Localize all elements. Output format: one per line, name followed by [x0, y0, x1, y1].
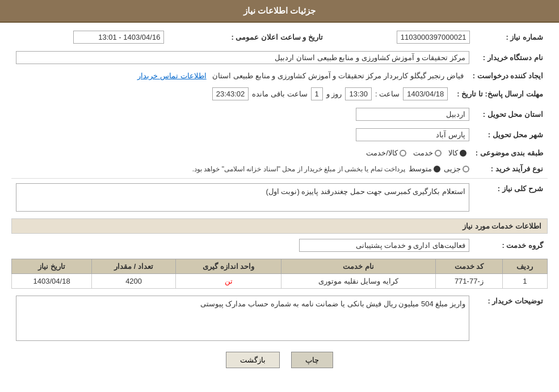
- cell-service-code: ز-77-771: [435, 274, 502, 289]
- province-label: استان محل تحویل :: [474, 106, 548, 123]
- cell-quantity: 4200: [92, 274, 176, 289]
- buyer-desc-table: توضیحات خریدار : واریز مبلغ 504 میلیون ر…: [11, 293, 548, 343]
- deadline-remain-label: ساعت باقی مانده: [252, 90, 307, 98]
- province-box: اردبیل: [356, 108, 469, 121]
- creator-label: ایجاد کننده درخواست :: [468, 69, 548, 82]
- service-group-table: گروه خدمت : فعالیت‌های اداری و خدمات پشت…: [11, 237, 548, 254]
- proc-type-label: نوع فرآیند خرید :: [474, 162, 548, 175]
- buyer-label: نام دستگاه خریدار :: [474, 49, 548, 66]
- deadline-label: مهلت ارسال پاسخ: تا تاریخ :: [452, 85, 548, 103]
- category-goods-item[interactable]: کالا: [448, 149, 466, 157]
- category-value: کالا خدمت کالا/خدمت: [11, 146, 471, 159]
- announce-row-table: شماره نیاز : 1103000397000021 تاریخ و سا…: [11, 28, 548, 46]
- cell-need-date: 1403/04/18: [12, 274, 92, 289]
- need-desc-label: شرح کلی نیاز :: [474, 181, 548, 214]
- proc-part-radio[interactable]: [463, 166, 469, 172]
- category-goods-radio[interactable]: [460, 150, 466, 157]
- deadline-day-box: 1: [311, 87, 323, 100]
- creator-value: فیاض رنجبر گیگلو کاربردار مرکز تحقیقات و…: [11, 69, 468, 82]
- city-box: پارس آباد: [356, 128, 469, 141]
- buyer-value: مرکز تحقیقات و آموزش کشاورزی و منابع طبی…: [11, 49, 474, 66]
- deadline-value: 1403/04/18 ساعت : 13:30 روز و 1 ساعت باق…: [11, 85, 452, 103]
- proc-type-desc: پرداخت تمام یا بخشی از مبلغ خریدار از مح…: [192, 165, 405, 173]
- city-row-table: شهر محل تحویل : پارس آباد: [11, 126, 548, 144]
- category-goods-label: کالا: [448, 149, 458, 157]
- category-radio-group: کالا خدمت کالا/خدمت: [16, 149, 466, 157]
- deadline-time-label: ساعت :: [375, 90, 400, 98]
- category-label: طبقه بندی موضوعی :: [471, 146, 548, 159]
- back-button[interactable]: بازگشت: [226, 352, 280, 368]
- province-row-table: استان محل تحویل : اردبیل: [11, 106, 548, 123]
- col-header-need-date: تاریخ نیاز: [12, 259, 92, 274]
- services-table: ردیف کد خدمت نام خدمت واحد اندازه گیری ت…: [11, 259, 548, 289]
- content-area: شماره نیاز : 1103000397000021 تاریخ و سا…: [0, 23, 559, 380]
- deadline-row-table: مهلت ارسال پاسخ: تا تاریخ : 1403/04/18 س…: [11, 85, 548, 103]
- buyer-row-table: نام دستگاه خریدار : مرکز تحقیقات و آموزش…: [11, 49, 548, 66]
- deadline-time-box: 13:30: [345, 87, 372, 100]
- proc-medium-radio[interactable]: [434, 166, 440, 172]
- service-group-box: فعالیت‌های اداری و خدمات پشتیبانی: [299, 239, 469, 252]
- contact-link[interactable]: اطلاعات تماس خریدار: [137, 71, 206, 80]
- category-row-table: طبقه بندی موضوعی : کالا خدمت: [11, 146, 548, 159]
- page-title: جزئیات اطلاعات نیاز: [243, 6, 316, 15]
- buyer-desc-label: توضیحات خریدار :: [474, 293, 548, 343]
- province-value: اردبیل: [11, 106, 474, 123]
- cell-row-num: 1: [502, 274, 547, 289]
- cell-service-name: کرایه وسایل نقلیه موتوری: [281, 274, 436, 289]
- creator-row-table: ایجاد کننده درخواست : فیاض رنجبر گیگلو ک…: [11, 69, 548, 82]
- city-label: شهر محل تحویل :: [474, 126, 548, 144]
- city-value: پارس آباد: [11, 126, 474, 144]
- proc-part-item[interactable]: جزیی: [444, 165, 469, 173]
- announce-box: 1403/04/16 - 13:01: [73, 31, 164, 44]
- need-number-box: 1103000397000021: [397, 31, 470, 44]
- page-header: جزئیات اطلاعات نیاز: [0, 0, 559, 23]
- services-section-title: اطلاعات خدمات مورد نیاز: [11, 218, 548, 234]
- deadline-flex: 1403/04/18 ساعت : 13:30 روز و 1 ساعت باق…: [16, 87, 448, 100]
- need-desc-table: شرح کلی نیاز : استعلام بکارگیری کمبرسی ج…: [11, 181, 548, 214]
- deadline-remain-box: 23:43:02: [212, 87, 249, 100]
- col-header-unit: واحد اندازه گیری: [175, 259, 281, 274]
- proc-type-value: جزیی متوسط پرداخت تمام یا بخشی از مبلغ خ…: [11, 162, 474, 175]
- print-button[interactable]: چاپ: [291, 352, 333, 368]
- button-row: چاپ بازگشت: [11, 352, 548, 368]
- col-header-quantity: تعداد / مقدار: [92, 259, 176, 274]
- need-number-label: شماره نیاز :: [474, 28, 548, 46]
- proc-type-flex: جزیی متوسط پرداخت تمام یا بخشی از مبلغ خ…: [16, 165, 469, 173]
- announce-label: تاریخ و ساعت اعلان عمومی :: [169, 28, 327, 46]
- col-header-service-code: کد خدمت: [435, 259, 502, 274]
- table-row: 1 ز-77-771 کرایه وسایل نقلیه موتوری تن 4…: [12, 274, 548, 289]
- buyer-desc-box: واریز مبلغ 504 میلیون ریال فیش بانکی یا …: [16, 296, 469, 341]
- announce-value: 1403/04/16 - 13:01: [11, 28, 169, 46]
- buyer-box: مرکز تحقیقات و آموزش کشاورزی و منابع طبی…: [16, 51, 469, 64]
- category-goods-service-radio[interactable]: [400, 150, 406, 157]
- category-goods-service-item[interactable]: کالا/خدمت: [366, 149, 406, 157]
- category-service-label: خدمت: [413, 149, 433, 157]
- need-desc-box: استعلام بکارگیری کمبرسی جهت حمل چغندرقند…: [16, 183, 469, 212]
- proc-part-label: جزیی: [444, 165, 461, 173]
- need-desc-value: استعلام بکارگیری کمبرسی جهت حمل چغندرقند…: [11, 181, 474, 214]
- cell-unit: تن: [175, 274, 281, 289]
- buyer-desc-value: واریز مبلغ 504 میلیون ریال فیش بانکی یا …: [11, 293, 474, 343]
- need-number-value: 1103000397000021: [344, 28, 475, 46]
- deadline-day-label: روز و: [326, 90, 342, 98]
- page-wrapper: جزئیات اطلاعات نیاز شماره نیاز : 1103000…: [0, 0, 559, 392]
- proc-type-row-table: نوع فرآیند خرید : جزیی متوسط پرداخت تمام…: [11, 162, 548, 175]
- category-service-radio[interactable]: [435, 150, 442, 157]
- deadline-date-box: 1403/04/18: [403, 87, 448, 100]
- service-group-value: فعالیت‌های اداری و خدمات پشتیبانی: [11, 237, 474, 254]
- separator-1: [11, 178, 548, 179]
- col-header-row-num: ردیف: [502, 259, 547, 274]
- proc-medium-label: متوسط: [409, 165, 432, 173]
- proc-medium-item[interactable]: متوسط: [409, 165, 440, 173]
- category-goods-service-label: کالا/خدمت: [366, 149, 398, 157]
- service-group-label: گروه خدمت :: [474, 237, 548, 254]
- category-service-item[interactable]: خدمت: [413, 149, 442, 157]
- col-header-service-name: نام خدمت: [281, 259, 436, 274]
